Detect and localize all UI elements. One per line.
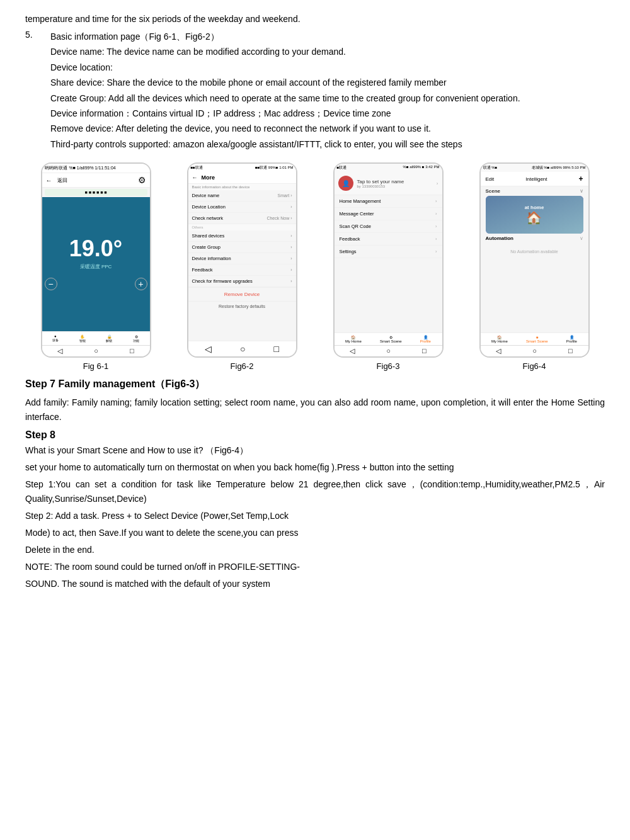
phone1-status-bar: 哟哟哟 联通 %■ 1/all99% 1/11:51:04 — [42, 164, 150, 173]
phone3-feedback-arrow: › — [435, 236, 437, 242]
phone4-tab-home[interactable]: 🏠 My Home — [491, 335, 508, 343]
phone2-group-label: Create Group — [192, 244, 220, 250]
phone2-feedback-arrow: › — [290, 268, 292, 272]
intro-line1: temperature and time for the six periods… — [25, 13, 605, 26]
phone3-spacer — [335, 258, 442, 332]
phone1-recents-square[interactable]: □ — [130, 347, 134, 355]
phone1-nav-gear[interactable]: ⚙ 功能 — [133, 334, 139, 343]
phone3-status-bar: ■联通 %■ all99% ■ 3:42 PM — [335, 164, 442, 172]
phone3-settings-label: Settings — [340, 249, 357, 254]
phone2-recents-square[interactable]: □ — [274, 344, 279, 354]
phone3-settings-arrow: › — [435, 249, 437, 254]
phone2-status-bar: ■■联通 ■■联通 99%■ 1:01 PM — [188, 164, 296, 172]
phone3-tab-profile[interactable]: 👤 Profile — [420, 335, 431, 343]
phone3-scan-qr[interactable]: Scan QR Code › — [335, 220, 442, 233]
phone2-shared-row[interactable]: Shared devices › — [188, 230, 296, 242]
phone4-smart-label: Smart Scene — [526, 339, 548, 343]
phone3-message-center[interactable]: Message Center › — [335, 208, 442, 220]
phone4-edit-label[interactable]: Edit — [486, 176, 495, 182]
phone4-recents-square[interactable]: □ — [568, 347, 573, 355]
phone4-wrap: 联通 %■ 老城镇 %■ all99% 99% 5:10 PM Edit Int… — [464, 162, 605, 371]
phone2-firmware-row[interactable]: Check for firmware upgrades › — [188, 276, 296, 287]
step8-line1: What is your Smart Scene and How to use … — [25, 443, 605, 458]
phone4-home-circle[interactable]: ○ — [532, 347, 537, 355]
phone4-tab-profile[interactable]: 👤 Profile — [566, 335, 577, 343]
phone3-settings[interactable]: Settings › — [335, 246, 442, 258]
phone2-bottom-nav: ◁ ○ □ — [188, 341, 296, 356]
phone4-label: Fig6-4 — [523, 361, 546, 371]
phone2-back-arrow[interactable]: ◁ — [205, 344, 212, 354]
phone4-plus-icon[interactable]: + — [578, 174, 583, 183]
phone2-feedback-row[interactable]: Feedback › — [188, 264, 296, 276]
phone2-network-label: Check network — [192, 215, 224, 221]
phone3-msg-arrow: › — [435, 211, 437, 217]
phone2-group-row[interactable]: Create Group › — [188, 242, 296, 253]
phone1-main: 19.0° 采暖温度 PPC − + — [42, 197, 150, 331]
phone4: 联通 %■ 老城镇 %■ all99% 99% 5:10 PM Edit Int… — [479, 162, 590, 358]
phone3-status-left: ■联通 — [337, 165, 347, 171]
phone4-scene-label: Scene — [486, 188, 501, 194]
phone3-back-arrow[interactable]: ◁ — [350, 347, 355, 355]
phone4-status-right: 老城镇 %■ all99% 99% 5:10 PM — [532, 165, 586, 171]
phone3-home-label: My Home — [345, 339, 362, 343]
step8-header: Step 8 — [25, 429, 605, 441]
phone3-home-circle[interactable]: ○ — [386, 347, 391, 355]
phone2-status-left: ■■联通 — [191, 165, 203, 171]
phone1-home-circle[interactable]: ○ — [94, 347, 98, 355]
phone1: 哟哟哟 联通 %■ 1/all99% 1/11:51:04 ← 返回 ⚙ ■ ■… — [41, 162, 151, 358]
phone1-mode-label: 采暖温度 PPC — [80, 263, 112, 270]
phone1-back-icon[interactable]: ← — [46, 177, 52, 184]
phone1-nav-hand[interactable]: ✋ 智能 — [79, 334, 86, 343]
phone2-remove-button[interactable]: Remove Device — [188, 287, 296, 302]
phone3-msg-label: Message Center — [340, 211, 374, 217]
phone2-device-name-label: Device name — [192, 193, 220, 198]
phone2-info-row[interactable]: Device information › — [188, 253, 296, 264]
phone4-no-automation: No Automation available — [481, 243, 588, 260]
phone1-nav-home[interactable]: ● 设备 — [52, 334, 59, 343]
phone2-location-label: Device Location — [192, 204, 226, 210]
phone4-auto-section: Automation ∨ — [481, 234, 588, 243]
phone3-home-icon: 🏠 — [351, 335, 355, 339]
phone3-feedback-label: Feedback — [340, 236, 360, 242]
phone3-feedback[interactable]: Feedback › — [335, 233, 442, 246]
phone2-device-name-row[interactable]: Device name Smart › — [188, 190, 296, 201]
phone1-controls: − + — [42, 275, 150, 293]
phone3-profile-top: 👤 Tap to set your name by 13390030153 › — [335, 172, 442, 195]
phone1-minus-button[interactable]: − — [45, 278, 57, 290]
third-party-text: Third-party controls supported: amazon a… — [50, 137, 605, 151]
phone4-back-arrow[interactable]: ◁ — [496, 347, 501, 355]
step8-line8: SOUND. The sound is matched with the def… — [25, 577, 605, 591]
phone4-auto-label: Automation — [486, 236, 513, 241]
phone2-home-circle[interactable]: ○ — [240, 344, 245, 354]
phone1-nav-lock[interactable]: 🔒 解锁 — [106, 334, 112, 343]
phone1-gear-icon[interactable]: ⚙ — [138, 175, 146, 185]
phone1-home-label: 设备 — [52, 338, 59, 342]
phone2-location-row[interactable]: Device Location › — [188, 201, 296, 213]
phone3-tab-smart[interactable]: ⚙ Smart Scene — [380, 335, 402, 343]
phone4-intelligent-label[interactable]: Intelligent — [525, 176, 547, 182]
phone2-feedback-label: Feedback — [192, 267, 213, 273]
phone3-recents-square[interactable]: □ — [422, 347, 427, 355]
phone1-back-arrow[interactable]: ◁ — [57, 347, 62, 355]
item-5: 5. Basic information page（Fig 6-1、Fig6-2… — [25, 30, 605, 152]
phone3-qr-label: Scan QR Code — [340, 224, 371, 229]
phone1-status-left: 哟哟哟 联通 %■ 1/all99% 1/11:51:04 — [45, 165, 116, 171]
phone2-subtitle: Basic information about the device — [188, 184, 296, 190]
phone3-home-management[interactable]: Home Management › — [335, 195, 442, 208]
phone3-profile-arrow: › — [437, 181, 438, 186]
phone1-plus-button[interactable]: + — [135, 278, 147, 290]
phone2-back-icon[interactable]: ← — [192, 174, 198, 181]
step8-line5: Mode) to act, then Save.If you want to d… — [25, 526, 605, 540]
phone4-header: Edit Intelligent + — [481, 172, 588, 186]
step8-line7: NOTE: The room sound could be turned on/… — [25, 560, 605, 574]
step8-line6: Delete in the end. — [25, 543, 605, 557]
phone3-tab-home[interactable]: 🏠 My Home — [345, 335, 362, 343]
phones-row: 哟哟哟 联通 %■ 1/all99% 1/11:51:04 ← 返回 ⚙ ■ ■… — [25, 162, 605, 371]
phone4-tab-smart[interactable]: ★ Smart Scene — [526, 335, 548, 343]
phone3-profile-name[interactable]: Tap to set your name — [357, 179, 404, 184]
phone2-shared-label: Shared devices — [192, 233, 225, 239]
phone1-title: 返回 — [57, 177, 67, 184]
phone1-hand-icon: ✋ — [80, 334, 84, 339]
phone2-restore-button[interactable]: Restore factory defaults — [188, 302, 296, 311]
phone2-network-row[interactable]: Check network Check Now › — [188, 213, 296, 224]
